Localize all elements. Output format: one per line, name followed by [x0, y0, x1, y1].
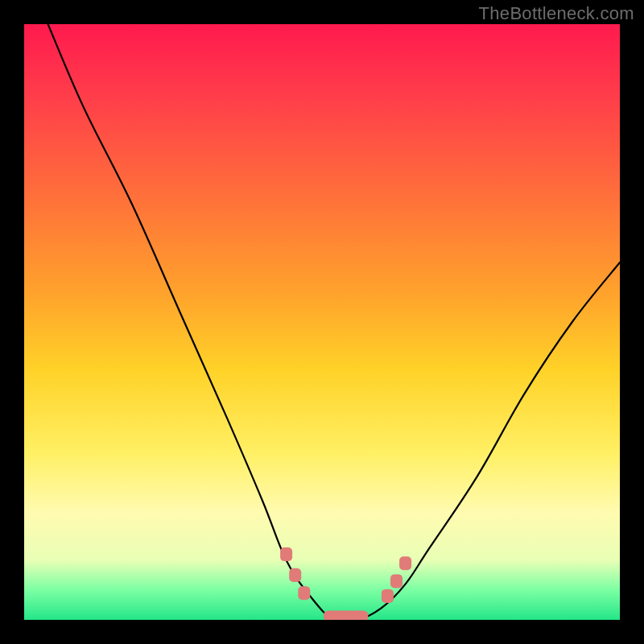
curve-bottom-dash: [324, 611, 369, 620]
chart-svg: [24, 24, 620, 620]
watermark-label: TheBottleneck.com: [479, 3, 634, 24]
curve-marker: [382, 589, 394, 603]
curve-marker: [289, 568, 301, 582]
chart-frame: TheBottleneck.com: [0, 0, 644, 644]
curve-marker: [399, 556, 411, 570]
chart-plot-area: [24, 24, 620, 620]
curve-marker: [298, 586, 310, 600]
curve-marker: [390, 574, 402, 588]
bottleneck-curve: [48, 24, 620, 620]
curve-marker: [280, 547, 292, 561]
